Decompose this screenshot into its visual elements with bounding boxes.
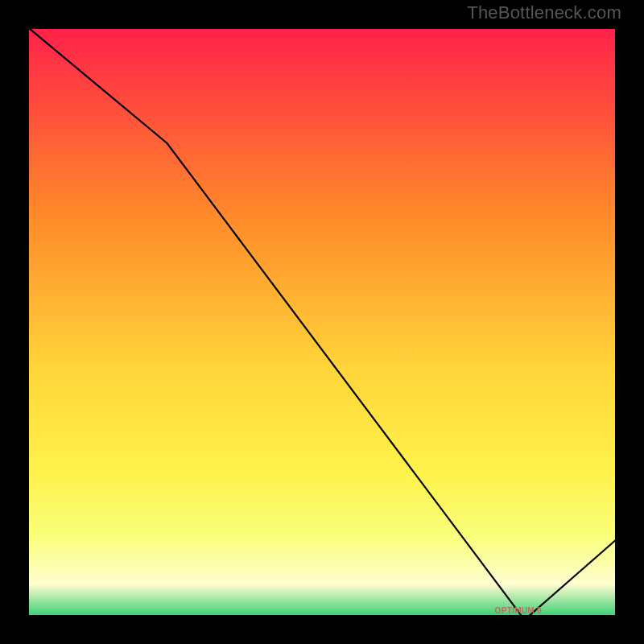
data-line [24,24,620,620]
watermark-text: TheBottleneck.com [467,2,621,23]
chart-frame: TheBottleneck.com OPTIMUM 0 [0,0,644,644]
plot-area: OPTIMUM 0 [24,24,620,620]
optimum-annotation: OPTIMUM 0 [495,606,542,615]
